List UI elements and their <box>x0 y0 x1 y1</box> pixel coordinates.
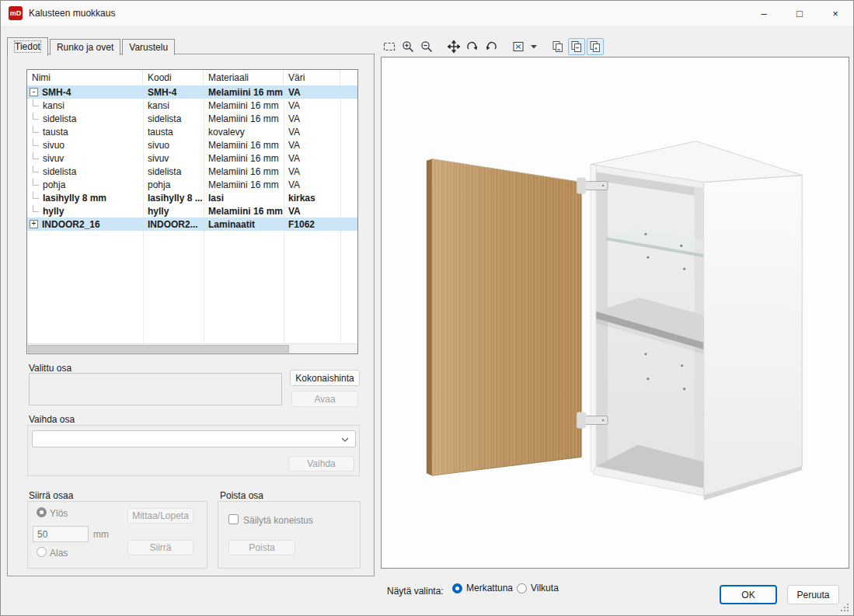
rotate-cw-icon[interactable] <box>464 38 481 55</box>
cell-koodi: SMH-4 <box>143 87 204 98</box>
table-row[interactable]: sivuosivuoMelamiini 16 mmVA <box>27 138 357 151</box>
cell-koodi: hylly <box>143 206 204 217</box>
poista-button[interactable]: Poista <box>228 540 295 555</box>
distance-input[interactable] <box>33 526 89 542</box>
cell-vari: VA <box>284 113 340 124</box>
tree-branch-icon <box>33 152 39 159</box>
cell-materiaali: Melamiini 16 mm <box>204 100 284 111</box>
zoom-extents-dropdown-icon[interactable] <box>528 38 539 55</box>
expand-icon[interactable]: + <box>30 220 38 228</box>
cell-koodi: sidelista <box>143 113 204 124</box>
column-header-koodi[interactable]: Koodi <box>143 70 204 85</box>
vaihda-osa-label: Vaihda osa <box>29 414 75 425</box>
cell-koodi: sidelista <box>143 166 204 177</box>
cell-materiaali: Melamiini 16 mm <box>204 113 284 124</box>
valittu-osa-label: Valittu osa <box>29 363 71 374</box>
rotate-ccw-icon[interactable] <box>483 38 500 55</box>
table-row[interactable]: lasihylly 8 mmlasihylly 8 ...lasikirkas <box>27 191 357 204</box>
close-icon: × <box>832 8 838 19</box>
maximize-button[interactable]: □ <box>782 1 817 26</box>
cell-materiaali: Laminaatit <box>204 219 284 230</box>
minimize-icon: – <box>761 8 766 19</box>
cell-koodi: INDOOR2... <box>143 219 204 230</box>
zoom-in-icon[interactable] <box>399 38 417 55</box>
replace-part-combobox[interactable] <box>32 430 356 447</box>
cell-koodi: pohja <box>143 179 204 190</box>
cell-materiaali: Melamiini 16 mm <box>204 206 284 217</box>
column-header-materiaali[interactable]: Materiaali <box>204 70 284 85</box>
viewport-3d[interactable] <box>381 57 849 569</box>
tree-branch-icon <box>33 99 39 106</box>
chevron-down-icon <box>341 433 349 444</box>
tree-branch-icon <box>33 179 39 186</box>
poista-osa-group: Säilytä koneistus Poista <box>218 501 361 569</box>
column-header-vari[interactable]: Väri <box>284 70 340 85</box>
table-header: Nimi Koodi Materiaali Väri <box>27 70 357 86</box>
table-row[interactable]: sivuvsivuvMelamiini 16 mmVA <box>27 151 357 165</box>
cell-nimi: INDOOR2_16 <box>42 219 100 230</box>
cell-vari: VA <box>284 153 340 164</box>
window-title: Kalusteen muokkaus <box>29 8 115 19</box>
table-row[interactable]: sidelistasidelistaMelamiini 16 mmVA <box>27 112 357 125</box>
ylos-radio-label: Ylös <box>50 508 68 519</box>
table-row[interactable]: pohjapohjaMelamiini 16 mmVA <box>27 178 357 191</box>
table-row[interactable]: taustataustakovalevyVA <box>27 125 357 138</box>
cell-materiaali: kovalevy <box>204 127 284 137</box>
pan-icon[interactable] <box>445 38 462 55</box>
zoom-out-icon[interactable] <box>418 38 435 55</box>
siirra-button[interactable]: Siirrä <box>127 540 193 555</box>
ylos-radio[interactable] <box>37 507 47 517</box>
vilkuta-radio[interactable] <box>517 583 527 593</box>
mittaa-lopeta-button[interactable]: Mittaa/Lopeta <box>127 508 193 524</box>
cell-materiaali: Melamiini 16 mm <box>204 87 284 98</box>
cell-vari: VA <box>284 87 340 98</box>
table-row[interactable]: sidelistasidelistaMelamiini 16 mmVA <box>27 165 357 178</box>
table-row[interactable]: -SMH-4SMH-4Melamiini 16 mmVA <box>27 85 357 99</box>
tree-branch-icon <box>33 205 39 212</box>
resize-grip[interactable] <box>841 604 849 611</box>
tab-varustelu[interactable]: Varustelu <box>122 39 175 55</box>
cell-nimi: pohja <box>43 179 65 190</box>
tab-runko-ja-ovet[interactable]: Runko ja ovet <box>50 39 120 55</box>
tab-tiedot[interactable]: Tiedot <box>7 37 48 56</box>
horizontal-scrollbar[interactable] <box>27 343 357 353</box>
table-row[interactable]: +INDOOR2_16INDOOR2...LaminaatitF1062 <box>27 218 357 231</box>
cell-materiaali: Melamiini 16 mm <box>204 140 284 151</box>
selected-part-box <box>29 373 282 405</box>
view-mode-3-icon[interactable] <box>587 38 604 55</box>
cell-nimi: kansi <box>43 100 64 111</box>
alas-radio[interactable] <box>37 547 47 557</box>
ok-button[interactable]: OK <box>720 585 777 604</box>
zoom-extents-icon[interactable] <box>510 38 527 55</box>
view-mode-1-icon[interactable] <box>549 38 566 55</box>
parts-table: Nimi Koodi Materiaali Väri -SMH-4SMH-4Me… <box>26 69 358 354</box>
cell-materiaali: Melamiini 16 mm <box>204 179 284 190</box>
zoom-window-icon[interactable] <box>381 38 398 55</box>
vaihda-button[interactable]: Vaihda <box>288 456 354 472</box>
merkattuna-radio[interactable] <box>452 583 462 593</box>
tab-strip: Tiedot Runko ja ovet Varustelu <box>7 37 176 55</box>
vilkuta-radio-row: Vilkuta <box>517 583 559 593</box>
minimize-button[interactable]: – <box>746 1 782 26</box>
sailyta-koneistus-checkbox[interactable] <box>228 514 239 524</box>
column-header-nimi[interactable]: Nimi <box>27 70 143 85</box>
peruuta-button[interactable]: Peruuta <box>787 585 839 604</box>
tree-branch-icon <box>33 113 39 120</box>
dialog-kalusteen-muokkaus: mD Kalusteen muokkaus – □ × Tiedot Runko… <box>0 0 854 616</box>
maximize-icon: □ <box>796 8 803 19</box>
vilkuta-radio-label: Vilkuta <box>531 583 559 593</box>
kokonaishinta-button[interactable]: Kokonaishinta <box>290 370 360 386</box>
vaihda-osa-group: Vaihda <box>27 425 360 476</box>
table-row[interactable]: kansikansiMelamiini 16 mmVA <box>27 99 357 112</box>
collapse-icon[interactable]: - <box>30 88 38 96</box>
view-mode-2-icon[interactable] <box>568 38 585 55</box>
tree-branch-icon <box>33 139 39 146</box>
table-row[interactable]: hyllyhyllyMelamiini 16 mmVA <box>27 204 357 218</box>
cabinet-3d-render <box>382 57 849 568</box>
cell-nimi: hylly <box>43 206 64 217</box>
close-button[interactable]: × <box>817 1 853 26</box>
cell-koodi: sivuo <box>143 140 204 151</box>
scrollbar-thumb[interactable] <box>28 345 289 353</box>
viewer-toolbar <box>381 37 604 56</box>
avaa-button[interactable]: Avaa <box>291 391 358 407</box>
